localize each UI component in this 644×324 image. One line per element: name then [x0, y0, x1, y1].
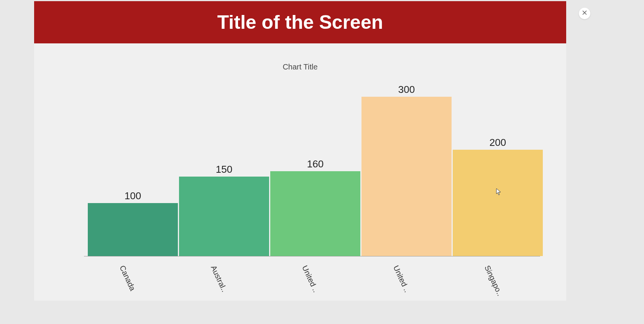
x-tick-label: Austral.. — [209, 264, 229, 293]
x-tick-label: Canada — [118, 264, 137, 292]
bar-value-label: 300 — [361, 84, 452, 96]
x-tick-label: United .. — [391, 264, 411, 294]
bar-value-label: 100 — [88, 190, 178, 202]
bar-value-label: 200 — [453, 137, 543, 149]
x-tick-label: United .. — [300, 264, 320, 294]
bar-3[interactable]: 300 — [361, 97, 452, 256]
page-title: Title of the Screen — [217, 11, 383, 33]
bar-0[interactable]: 100 — [88, 203, 178, 256]
chart-plot-area[interactable]: Revenue 100150160300200 — [84, 93, 540, 256]
screen-container: Title of the Screen Chart Title Revenue … — [34, 1, 566, 301]
close-button[interactable] — [579, 8, 590, 19]
chart-body: Chart Title Revenue 100150160300200 Cana… — [34, 43, 566, 301]
chart-title: Chart Title — [34, 63, 566, 71]
bar-1[interactable]: 150 — [179, 177, 269, 256]
close-icon — [582, 10, 587, 17]
bar-4[interactable]: 200 — [453, 150, 543, 256]
bar-value-label: 160 — [270, 158, 360, 170]
x-axis-labels: CanadaAustral..United ..United ..Singapo… — [84, 260, 540, 299]
header-bar: Title of the Screen — [34, 1, 566, 43]
bar-2[interactable]: 160 — [270, 171, 360, 256]
bar-value-label: 150 — [179, 164, 269, 175]
x-tick-label: Singapo.. — [483, 264, 504, 297]
